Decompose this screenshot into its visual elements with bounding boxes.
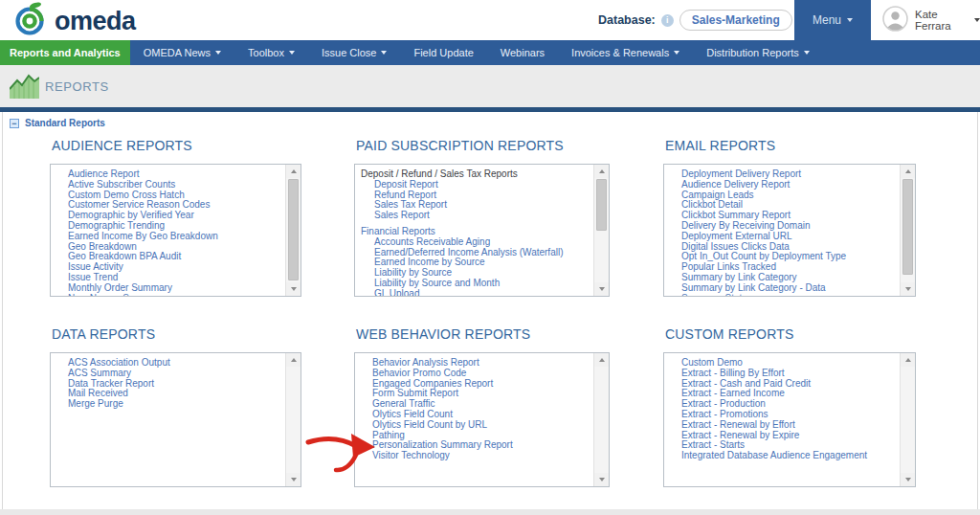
omeda-logo[interactable]: omeda	[12, 3, 136, 39]
report-link-extract-promotions[interactable]: Extract - Promotions	[664, 410, 900, 420]
report-link-olytics-field-count-by-url[interactable]: Olytics Field Count by URL	[355, 420, 593, 431]
report-link-issue-trend[interactable]: Issue Trend	[51, 273, 285, 283]
report-link-audience-delivery-report[interactable]: Audience Delivery Report	[664, 180, 900, 190]
scroll-up-button[interactable]	[286, 353, 301, 367]
report-link-pathing[interactable]: Pathing	[355, 431, 593, 441]
info-icon[interactable]: i	[661, 14, 674, 27]
report-link-campaign-leads[interactable]: Campaign Leads	[664, 190, 900, 201]
scrollbar-thumb[interactable]	[288, 179, 299, 280]
scroll-down-button[interactable]	[594, 282, 609, 296]
scroll-up-button[interactable]	[594, 165, 609, 178]
report-link-custom-demo[interactable]: Custom Demo	[664, 358, 900, 369]
report-link-deposit-report[interactable]: Deposit Report	[355, 180, 593, 190]
nav-item-reports-and-analytics[interactable]: Reports and Analytics	[0, 40, 130, 65]
report-link-mail-received[interactable]: Mail Received	[51, 389, 285, 399]
report-link-delivery-by-receiving-domain[interactable]: Delivery By Receiving Domain	[664, 221, 900, 232]
vertical-scrollbar[interactable]	[593, 353, 609, 486]
report-link-clickbot-detail[interactable]: Clickbot Detail	[664, 200, 900, 211]
report-link-refund-report[interactable]: Refund Report	[355, 190, 593, 201]
nav-item-field-update[interactable]: Field Update	[400, 40, 486, 65]
nav-item-toolbox[interactable]: Toolbox	[234, 40, 308, 65]
report-link-extract-starts[interactable]: Extract - Starts	[664, 440, 900, 451]
vertical-scrollbar[interactable]	[285, 165, 301, 296]
report-link-geo-breakdown[interactable]: Geo Breakdown	[51, 242, 285, 253]
logo-wordmark: omeda	[55, 7, 136, 36]
report-link-gl-upload[interactable]: GL Upload	[355, 289, 593, 296]
standard-reports-toggle[interactable]: − Standard Reports	[10, 118, 105, 128]
report-link-sales-tax-report[interactable]: Sales Tax Report	[355, 200, 593, 211]
report-link-extract-cash-and-paid-credit[interactable]: Extract - Cash and Paid Credit	[664, 379, 900, 390]
menu-button[interactable]: Menu	[794, 0, 871, 40]
report-link-behavior-promo-code[interactable]: Behavior Promo Code	[355, 369, 593, 379]
nav-item-invoices-renewals[interactable]: Invoices & Renewals	[558, 40, 693, 65]
report-link-sales-report[interactable]: Sales Report	[355, 211, 593, 221]
report-link-popular-links-tracked[interactable]: Popular Links Tracked	[664, 262, 900, 273]
report-link-olytics-field-count[interactable]: Olytics Field Count	[355, 410, 593, 420]
scroll-down-button[interactable]	[286, 282, 301, 296]
report-link-form-submit-report[interactable]: Form Submit Report	[355, 389, 593, 399]
report-link-behavior-analysis-report[interactable]: Behavior Analysis Report	[355, 358, 593, 369]
report-link-digital-issues-clicks-data[interactable]: Digital Issues Clicks Data	[664, 242, 900, 253]
report-link-deployment-delivery-report[interactable]: Deployment Delivery Report	[664, 169, 900, 180]
report-link-extract-production[interactable]: Extract - Production	[664, 399, 900, 410]
report-link-demographic-by-verified-year[interactable]: Demographic by Verified Year	[51, 211, 285, 221]
database-input[interactable]	[679, 10, 792, 31]
nav-menu: OMEDA NewsToolboxIssue CloseField Update…	[130, 40, 823, 65]
report-link-custom-demo-cross-hatch[interactable]: Custom Demo Cross Hatch	[51, 190, 285, 201]
report-link-clickbot-summary-report[interactable]: Clickbot Summary Report	[664, 211, 900, 221]
report-link-demographic-trending[interactable]: Demographic Trending	[51, 221, 285, 232]
nav-item-webinars[interactable]: Webinars	[487, 40, 558, 65]
scroll-up-button[interactable]	[901, 353, 915, 367]
report-link-extract-earned-income[interactable]: Extract - Earned Income	[664, 389, 900, 399]
report-link-customer-service-reason-codes[interactable]: Customer Service Reason Codes	[51, 200, 285, 211]
report-link-opt-in-out-count-by-deployment-type[interactable]: Opt In_Out Count by Deployment Type	[664, 252, 900, 262]
report-link-data-tracker-report[interactable]: Data Tracker Report	[51, 379, 285, 390]
scroll-down-button[interactable]	[901, 473, 915, 486]
report-link-earned-income-by-geo-breakdown[interactable]: Earned Income By Geo Breakdown	[51, 232, 285, 242]
report-link-audience-report[interactable]: Audience Report	[51, 169, 285, 180]
report-link-liability-by-source[interactable]: Liability by Source	[355, 268, 593, 279]
scroll-up-button[interactable]	[594, 353, 609, 367]
user-menu[interactable]: Kate Ferrara	[882, 0, 980, 40]
scroll-down-button[interactable]	[286, 473, 301, 486]
scrollbar-thumb[interactable]	[902, 179, 913, 275]
scroll-down-button[interactable]	[901, 282, 915, 296]
report-link-monthly-order-summary[interactable]: Monthly Order Summary	[51, 283, 285, 294]
report-link-summary-stats[interactable]: Summary Stats	[664, 294, 900, 296]
report-link-new-names-source[interactable]: New Names Source	[51, 294, 285, 296]
report-link-issue-activity[interactable]: Issue Activity	[51, 262, 285, 273]
scroll-down-button[interactable]	[594, 473, 609, 486]
report-link-general-traffic[interactable]: General Traffic	[355, 399, 593, 410]
report-link-extract-renewal-by-effort[interactable]: Extract - Renewal by Effort	[664, 420, 900, 431]
vertical-scrollbar[interactable]	[593, 165, 609, 296]
report-link-personalization-summary-report[interactable]: Personalization Summary Report	[355, 440, 593, 451]
report-link-merge-purge[interactable]: Merge Purge	[51, 399, 285, 410]
collapse-minus-icon[interactable]: −	[10, 119, 19, 128]
scrollbar-thumb[interactable]	[596, 179, 607, 231]
report-link-geo-breakdown-bpa-audit[interactable]: Geo Breakdown BPA Audit	[51, 252, 285, 262]
report-link-engaged-companies-report[interactable]: Engaged Companies Report	[355, 379, 593, 390]
nav-item-omeda-news[interactable]: OMEDA News	[130, 40, 234, 65]
report-link-earned-income-by-source[interactable]: Earned Income by Source	[355, 258, 593, 268]
vertical-scrollbar[interactable]	[285, 353, 301, 486]
report-link-extract-renewal-by-expire[interactable]: Extract - Renewal by Expire	[664, 431, 900, 441]
vertical-scrollbar[interactable]	[900, 353, 915, 486]
report-link-acs-summary[interactable]: ACS Summary	[51, 369, 285, 379]
scroll-up-button[interactable]	[286, 165, 301, 178]
report-link-deployment-external-url[interactable]: Deployment External URL	[664, 232, 900, 242]
report-link-earned-deferred-income-analysis-waterfall[interactable]: Earned/Deferred Income Analysis (Waterfa…	[355, 248, 593, 258]
report-link-visitor-technology[interactable]: Visitor Technology	[355, 451, 593, 461]
report-link-active-subscriber-counts[interactable]: Active Subscriber Counts	[51, 180, 285, 190]
report-link-integrated-database-audience-engagement[interactable]: Integrated Database Audience Engagement	[664, 451, 900, 461]
report-link-accounts-receivable-aging[interactable]: Accounts Receivable Aging	[355, 237, 593, 248]
nav-item-issue-close[interactable]: Issue Close	[308, 40, 400, 65]
report-link-extract-billing-by-effort[interactable]: Extract - Billing By Effort	[664, 369, 900, 379]
report-link-summary-by-link-category-data[interactable]: Summary by Link Category - Data	[664, 283, 900, 294]
caret-down-icon	[381, 51, 387, 55]
nav-item-distribution-reports[interactable]: Distribution Reports	[693, 40, 823, 65]
vertical-scrollbar[interactable]	[900, 165, 915, 296]
scroll-up-button[interactable]	[901, 165, 915, 178]
report-link-summary-by-link-category[interactable]: Summary by Link Category	[664, 273, 900, 283]
report-link-liability-by-source-and-month[interactable]: Liability by Source and Month	[355, 279, 593, 289]
report-link-acs-association-output[interactable]: ACS Association Output	[51, 358, 285, 369]
